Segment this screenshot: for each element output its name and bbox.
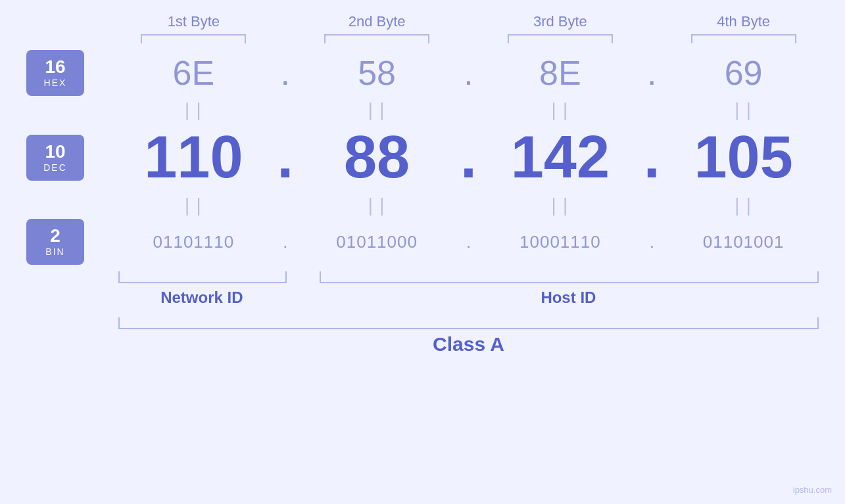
bin-row: 2 BIN 01101110 . 01011000 . 10001110 . 0… xyxy=(26,219,819,265)
hex-value-1: 6E xyxy=(173,53,215,93)
bin-value-4: 01101001 xyxy=(703,232,785,252)
hex-base-label: HEX xyxy=(44,78,67,88)
hex-value-4: 69 xyxy=(725,53,763,93)
dec-base-label: DEC xyxy=(43,162,67,173)
bin-value-3: 10001110 xyxy=(519,232,601,252)
dec-row: 10 DEC 110 . 88 . 142 . 105 xyxy=(26,124,819,191)
dec-value-4: 105 xyxy=(694,124,793,191)
byte-col-2: 2nd Byte xyxy=(302,13,452,43)
byte-labels-row: 1st Byte 2nd Byte 3rd Byte 4th Byte xyxy=(26,13,819,43)
bin-value-1: 01101110 xyxy=(153,232,235,252)
bracket-top-3 xyxy=(508,34,613,43)
class-label-row: Class A xyxy=(26,333,819,355)
equals-2-3: || xyxy=(485,195,636,215)
dec-v2-col: 88 xyxy=(302,124,452,191)
dec-value-1: 110 xyxy=(144,124,243,191)
dec-dot-1: . xyxy=(269,124,302,191)
equals-row-2: || || || || xyxy=(26,195,819,215)
class-bracket xyxy=(118,317,819,329)
watermark: ipshu.com xyxy=(793,485,832,495)
bracket-top-1 xyxy=(141,34,246,43)
host-id-label: Host ID xyxy=(318,288,819,307)
bin-dot-2: . xyxy=(452,232,485,252)
hex-v1-col: 6E xyxy=(118,53,269,93)
dec-base-number: 10 xyxy=(45,143,65,161)
bin-v3-col: 10001110 xyxy=(485,232,636,252)
dec-badge: 10 DEC xyxy=(26,135,84,181)
equals-2-4: || xyxy=(668,195,819,215)
hex-v4-col: 69 xyxy=(668,53,819,93)
network-id-label: Network ID xyxy=(118,288,285,307)
bin-dot-3: . xyxy=(635,232,668,252)
id-brackets-row xyxy=(26,271,819,283)
hex-v3-col: 8E xyxy=(485,53,636,93)
dec-v4-col: 105 xyxy=(668,124,819,191)
hex-dot-1: . xyxy=(269,53,302,93)
equals-1-4: || xyxy=(668,100,819,120)
host-bracket xyxy=(320,271,819,283)
hex-badge-col: 16 HEX xyxy=(26,50,118,96)
dec-v1-col: 110 xyxy=(118,124,269,191)
bracket-top-4 xyxy=(691,34,796,43)
hex-badge: 16 HEX xyxy=(26,50,84,96)
bracket-top-2 xyxy=(324,34,429,43)
class-bracket-row xyxy=(26,317,819,329)
bin-base-label: BIN xyxy=(45,246,64,257)
bin-badge-col: 2 BIN xyxy=(26,219,118,265)
byte-col-4: 4th Byte xyxy=(668,13,819,43)
byte-label-1: 1st Byte xyxy=(168,13,220,30)
bin-v4-col: 01101001 xyxy=(668,232,819,252)
equals-2-2: || xyxy=(302,195,452,215)
hex-v2-col: 58 xyxy=(302,53,452,93)
hex-value-3: 8E xyxy=(539,53,581,93)
class-label: Class A xyxy=(118,333,819,355)
hex-dot-2: . xyxy=(452,53,485,93)
equals-1-2: || xyxy=(302,100,452,120)
hex-dot-3: . xyxy=(635,53,668,93)
dec-value-3: 142 xyxy=(511,124,610,191)
bin-value-2: 01011000 xyxy=(336,232,418,252)
dec-badge-col: 10 DEC xyxy=(26,135,118,181)
dec-dot-3: . xyxy=(635,124,668,191)
byte-label-3: 3rd Byte xyxy=(533,13,587,30)
bin-dot-1: . xyxy=(269,232,302,252)
byte-col-3: 3rd Byte xyxy=(485,13,636,43)
id-labels-row: Network ID Host ID xyxy=(26,288,819,307)
network-bracket xyxy=(118,271,287,283)
dec-dot-2: . xyxy=(452,124,485,191)
hex-base-number: 16 xyxy=(45,58,65,76)
dec-v3-col: 142 xyxy=(485,124,636,191)
byte-col-1: 1st Byte xyxy=(118,13,269,43)
bin-base-number: 2 xyxy=(50,227,60,245)
equals-2-1: || xyxy=(118,195,269,215)
dec-value-2: 88 xyxy=(344,124,410,191)
bin-v1-col: 01101110 xyxy=(118,232,269,252)
bin-v2-col: 01011000 xyxy=(302,232,452,252)
equals-1-1: || xyxy=(118,100,269,120)
byte-label-2: 2nd Byte xyxy=(349,13,406,30)
hex-value-2: 58 xyxy=(358,53,396,93)
equals-1-3: || xyxy=(485,100,636,120)
bin-badge: 2 BIN xyxy=(26,219,84,265)
hex-row: 16 HEX 6E . 58 . 8E . 69 xyxy=(26,50,819,96)
equals-row-1: || || || || xyxy=(26,100,819,120)
byte-label-4: 4th Byte xyxy=(717,13,770,30)
main-container: 1st Byte 2nd Byte 3rd Byte 4th Byte 16 H… xyxy=(0,0,845,504)
